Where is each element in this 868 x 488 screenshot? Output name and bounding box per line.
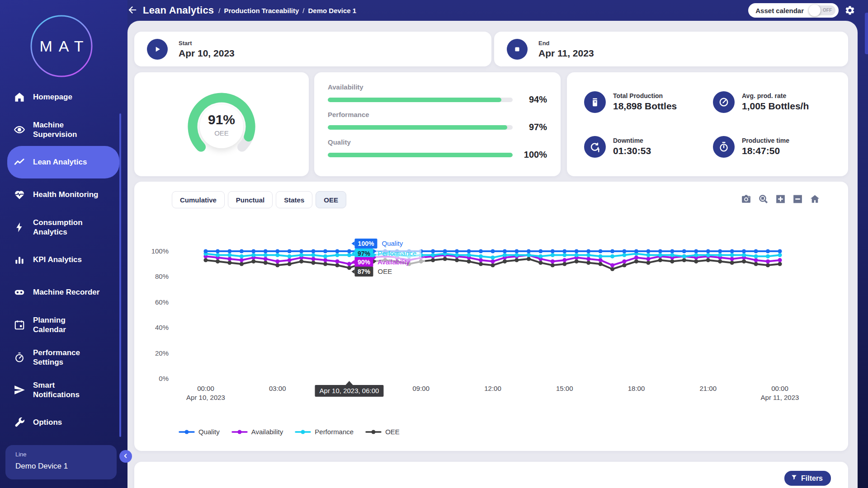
stat-label: Downtime: [613, 137, 651, 144]
tab-cumulative[interactable]: Cumulative: [172, 191, 225, 208]
legend-label: OEE: [385, 428, 400, 436]
zoom-out-icon[interactable]: [792, 193, 803, 205]
legend-item-oee[interactable]: OEE: [365, 428, 400, 436]
main-content: Start Apr 10, 2023 End Apr 11, 2023 91% …: [127, 21, 858, 488]
svg-text:00:00: 00:00: [197, 385, 214, 392]
stop-icon: [507, 39, 528, 60]
stopwatch-icon: [713, 136, 735, 158]
sidebar-item-label: KPI Analytics: [33, 255, 82, 264]
svg-text:Performance: Performance: [378, 249, 417, 257]
bar-chart-icon: [14, 254, 25, 266]
sidebar-item-machine-recorder[interactable]: Machine Recorder: [7, 276, 119, 309]
camera-icon[interactable]: [741, 193, 752, 205]
breadcrumb-item-demo-device-1[interactable]: Demo Device 1: [308, 7, 356, 14]
line-selector-value: Demo Device 1: [15, 462, 107, 471]
svg-text:OEE: OEE: [378, 267, 392, 275]
calendar-icon: [14, 319, 25, 331]
svg-text:Apr 11, 2023: Apr 11, 2023: [761, 394, 799, 401]
start-date-card[interactable]: Start Apr 10, 2023: [134, 32, 491, 66]
sidebar-item-performance-settings[interactable]: Performance Settings: [7, 341, 119, 374]
end-label: End: [538, 40, 594, 47]
legend-swatch-icon: [365, 429, 382, 435]
tab-states[interactable]: States: [276, 191, 312, 208]
legend-item-availability[interactable]: Availability: [231, 428, 283, 436]
metric-bar-track: [328, 125, 513, 130]
breadcrumb-item-production-traceability[interactable]: Production Traceability: [224, 7, 299, 14]
tab-oee[interactable]: OEE: [316, 191, 346, 208]
asset-calendar-toggle[interactable]: OFF: [809, 5, 835, 15]
stat-value: 01:30:53: [613, 145, 651, 156]
sidebar-item-consumption-analytics[interactable]: Consumption Analytics: [7, 211, 119, 244]
sidebar-item-planning-calendar[interactable]: Planning Calendar: [7, 309, 119, 341]
sidebar-item-options[interactable]: Options: [7, 406, 119, 439]
settings-button[interactable]: [844, 5, 855, 16]
line-selector-card[interactable]: Line Demo Device 1: [5, 445, 117, 479]
sidebar-item-kpi-analytics[interactable]: KPI Analytics: [7, 244, 119, 276]
svg-text:80%: 80%: [155, 272, 169, 280]
oee-trend-chart[interactable]: 100%80%60%40%20%0%00:00Apr 10, 202303:00…: [134, 182, 848, 451]
asset-calendar-label: Asset calendar: [755, 7, 804, 14]
zoom-box-icon[interactable]: [758, 193, 769, 205]
svg-text:00:00: 00:00: [771, 385, 788, 392]
sidebar-item-homepage[interactable]: Homepage: [7, 81, 119, 113]
svg-text:09:00: 09:00: [412, 385, 429, 392]
sidebar-item-lean-analytics[interactable]: Lean Analytics: [7, 146, 119, 178]
stat-label: Avg. prod. rate: [742, 92, 809, 99]
breadcrumb: /Production Traceability/Demo Device 1: [218, 7, 356, 14]
svg-text:100%: 100%: [151, 247, 169, 255]
reset-axes-home-icon[interactable]: [809, 193, 821, 205]
sidebar-item-label: Consumption Analytics: [33, 218, 88, 237]
svg-text:15:00: 15:00: [556, 385, 573, 392]
metric-bar-label: Quality: [328, 138, 547, 146]
svg-text:Quality: Quality: [382, 239, 403, 247]
metric-bar-value: 100%: [520, 150, 547, 160]
metric-bar-track: [328, 153, 513, 157]
oee-gauge: 91% OEE: [181, 84, 262, 165]
sidebar-nav: HomepageMachine SupervisionLean Analytic…: [0, 81, 127, 439]
back-button[interactable]: [127, 5, 138, 16]
svg-text:18:00: 18:00: [628, 385, 645, 392]
legend-item-performance[interactable]: Performance: [295, 428, 354, 436]
oee-gauge-card: 91% OEE: [134, 72, 309, 176]
sidebar-collapse-button[interactable]: [119, 450, 132, 463]
bolt-icon: [14, 221, 25, 233]
page-scrollbar[interactable]: [865, 13, 868, 54]
filters-button-label: Filters: [801, 474, 823, 483]
heart-pulse-icon: [14, 189, 25, 201]
legend-label: Quality: [198, 428, 220, 436]
sidebar-item-label: Lean Analytics: [33, 157, 87, 167]
legend-item-quality[interactable]: Quality: [179, 428, 220, 436]
sidebar-item-label: Performance Settings: [33, 348, 88, 367]
legend-swatch-icon: [231, 429, 248, 435]
stat-value: 18:47:50: [742, 145, 789, 156]
sidebar-item-smart-notifications[interactable]: Smart Notifications: [7, 374, 119, 406]
chevron-left-icon: [123, 453, 129, 460]
filters-button[interactable]: Filters: [784, 471, 831, 486]
legend-label: Availability: [251, 428, 283, 436]
metric-bar-track: [328, 98, 513, 102]
details-card: Filters: [134, 462, 848, 488]
chart-tabs: CumulativePunctualStatesOEE: [172, 191, 346, 208]
toggle-knob[interactable]: [809, 5, 821, 16]
production-icon: [584, 91, 606, 113]
zoom-in-icon[interactable]: [775, 193, 786, 205]
sidebar-item-label: Planning Calendar: [33, 315, 88, 335]
metric-bars-card: Availability94%Performance97%Quality100%: [314, 72, 561, 176]
sidebar-scrollbar[interactable]: [119, 113, 121, 437]
metric-bar-label: Performance: [328, 111, 547, 118]
metric-bar-value: 97%: [520, 122, 547, 132]
end-date-card[interactable]: End Apr 11, 2023: [494, 32, 848, 66]
metric-bar-quality: Quality100%: [328, 138, 547, 160]
metric-bar-value: 94%: [520, 94, 547, 105]
filter-icon: [791, 474, 797, 483]
oee-gauge-label: OEE: [214, 129, 229, 137]
sidebar-item-health-monitoring[interactable]: Health Monitoring: [7, 178, 119, 211]
oee-gauge-value: 91%: [208, 112, 235, 127]
svg-text:100%: 100%: [358, 240, 374, 247]
sidebar-item-machine-supervision[interactable]: Machine Supervision: [7, 113, 119, 146]
svg-text:40%: 40%: [155, 324, 169, 331]
tab-punctual[interactable]: Punctual: [228, 191, 273, 208]
rate-icon: [713, 91, 735, 113]
header: Lean Analytics /Production Traceability/…: [127, 0, 858, 21]
page-title: Lean Analytics: [143, 5, 214, 16]
